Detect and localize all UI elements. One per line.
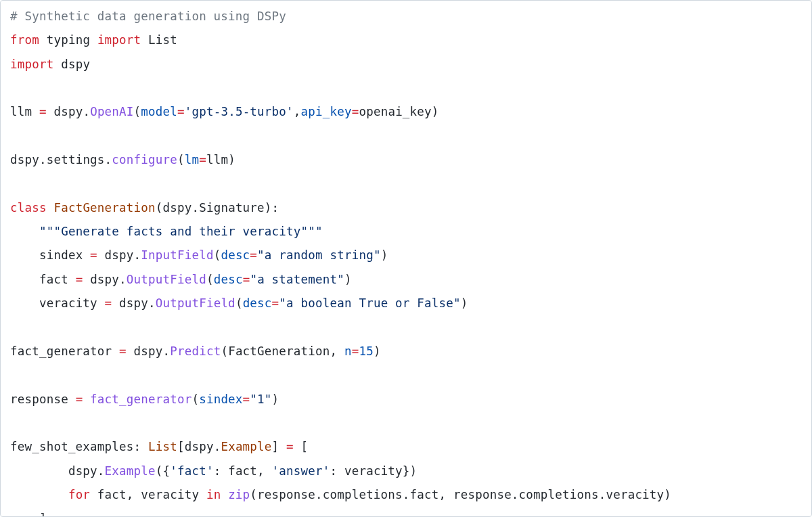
kwarg-lm: lm xyxy=(185,153,199,166)
fn-zip: zip xyxy=(228,488,250,501)
kwarg-sindex: sindex xyxy=(199,392,242,406)
cls-factgeneration: FactGeneration xyxy=(228,344,330,358)
var-fact: fact xyxy=(228,464,257,478)
op-eq: = xyxy=(243,273,250,286)
paren-open: ( xyxy=(235,296,243,310)
list-open: [ xyxy=(301,440,309,453)
dot: . xyxy=(148,296,156,310)
paren-open: ( xyxy=(206,273,214,286)
var-llm: llm xyxy=(206,153,228,166)
colon: : xyxy=(214,464,228,478)
attr-settings: settings xyxy=(47,153,105,166)
colon: : xyxy=(330,464,344,478)
kw-for: for xyxy=(68,488,90,501)
str-model: 'gpt-3.5-turbo' xyxy=(185,105,294,118)
op-eq: = xyxy=(68,273,90,286)
num-15: 15 xyxy=(359,344,373,358)
op-eq: = xyxy=(112,344,133,358)
var-response: response xyxy=(10,392,68,406)
call-fact-generator: fact_generator xyxy=(90,392,191,406)
mod-dspy: dspy xyxy=(119,296,148,310)
op-eq: = xyxy=(199,153,206,166)
mod-dspy: dspy xyxy=(163,201,192,215)
paren-close: ) xyxy=(228,153,235,166)
var-fact: fact xyxy=(39,273,68,286)
dot: . xyxy=(134,248,141,262)
op-eq: = xyxy=(272,296,279,310)
cls-example: Example xyxy=(221,440,271,453)
dot: . xyxy=(39,153,47,166)
mod-dspy: dspy xyxy=(185,440,214,453)
close-brace: }) xyxy=(403,464,417,478)
op-eq: = xyxy=(352,105,359,118)
fn-outputfield: OutputField xyxy=(156,296,235,310)
mod-dspy: dspy xyxy=(134,344,163,358)
var-llm: llm xyxy=(10,105,32,118)
type-list: List xyxy=(148,440,177,453)
paren-close: ) xyxy=(461,296,468,310)
paren-close: ) xyxy=(374,344,381,358)
fn-openai: OpenAI xyxy=(90,105,133,118)
dot: . xyxy=(83,105,90,118)
code-comment: # Synthetic data generation using DSPy xyxy=(10,9,286,23)
paren-close: ) xyxy=(664,488,671,501)
mod-typing: typing xyxy=(47,33,90,47)
kwarg-desc: desc xyxy=(243,296,272,310)
op-eq: = xyxy=(97,296,119,310)
paren-open: ( xyxy=(134,105,141,118)
kwarg-n: n xyxy=(344,344,352,358)
kw-in: in xyxy=(206,488,221,501)
fn-outputfield: OutputField xyxy=(127,273,206,286)
mod-dspy: dspy xyxy=(90,273,119,286)
op-eq: = xyxy=(352,344,359,358)
code-block: # Synthetic data generation using DSPy f… xyxy=(0,0,812,517)
rbracket: ] xyxy=(272,440,279,453)
cls-signature: Signature xyxy=(199,201,265,215)
loop-vars: fact, veracity xyxy=(90,488,206,501)
var-openai-key: openai_key xyxy=(359,105,431,118)
var-veracity: veracity xyxy=(39,296,97,310)
kwarg-desc: desc xyxy=(221,248,250,262)
kwarg-apikey: api_key xyxy=(301,105,352,118)
mod-dspy: dspy xyxy=(68,464,97,478)
mod-dspy: dspy xyxy=(53,105,83,118)
comma: , xyxy=(257,464,271,478)
op-eq: = xyxy=(68,392,90,406)
mod-dspy: dspy xyxy=(10,153,39,166)
kw-class: class xyxy=(10,201,47,215)
op-eq: = xyxy=(243,392,250,406)
op-eq: = xyxy=(279,440,300,453)
paren-close: ) xyxy=(272,392,279,406)
paren-close: ) xyxy=(432,105,439,118)
comma: , xyxy=(294,105,301,118)
mod-dspy: dspy xyxy=(61,58,90,71)
cls-factgeneration: FactGeneration xyxy=(53,201,155,215)
comma: , xyxy=(439,488,453,501)
open-brace: ({ xyxy=(156,464,170,478)
lbracket: [ xyxy=(177,440,185,453)
var-veracity: veracity xyxy=(344,464,403,478)
paren-open: ( xyxy=(214,248,221,262)
colon: : xyxy=(134,440,148,453)
op-eq: = xyxy=(177,105,185,118)
str-stmt: "a statement" xyxy=(250,273,344,286)
fn-configure: configure xyxy=(112,153,177,166)
expr-a: response.completions.fact xyxy=(257,488,438,501)
kw-import: import xyxy=(97,33,141,47)
paren-open: ( xyxy=(156,201,163,215)
name-list: List xyxy=(148,33,177,47)
op-eq: = xyxy=(83,248,104,262)
str-bool: "a boolean True or False" xyxy=(279,296,460,310)
str-1: "1" xyxy=(250,392,271,406)
dot: . xyxy=(119,273,127,286)
paren-open: ( xyxy=(250,488,257,501)
kwarg-model: model xyxy=(141,105,177,118)
var-sindex: sindex xyxy=(39,248,83,262)
paren-close-colon: ): xyxy=(265,201,279,215)
kwarg-desc: desc xyxy=(214,273,243,286)
fn-example: Example xyxy=(105,464,156,478)
mod-dspy: dspy xyxy=(105,248,134,262)
dot: . xyxy=(105,153,112,166)
str-fact: 'fact' xyxy=(170,464,213,478)
comma: , xyxy=(330,344,344,358)
